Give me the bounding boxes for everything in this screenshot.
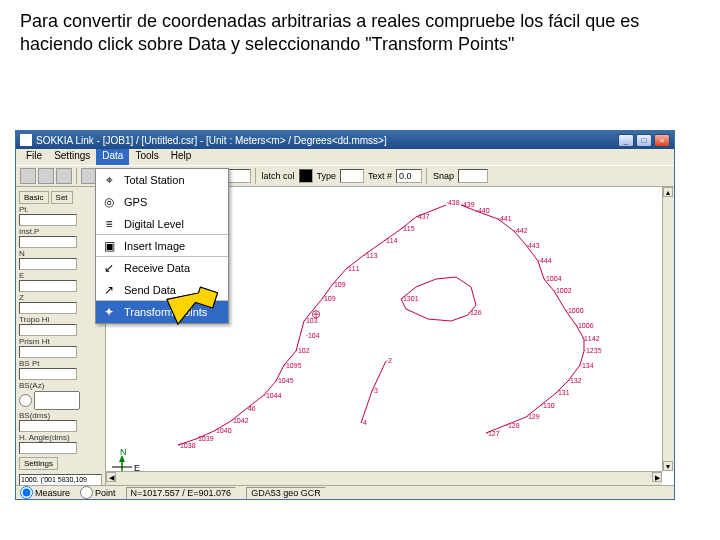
settings-button[interactable]: Settings — [19, 457, 58, 470]
bspt-input[interactable] — [19, 368, 77, 380]
survey-point: ·109 — [322, 295, 336, 302]
svg-marker-3 — [163, 280, 218, 333]
callout-arrow-icon — [163, 280, 223, 342]
crs-readout: GDA53 geo GCR — [246, 487, 326, 499]
measure-radio[interactable] — [20, 486, 33, 499]
survey-point: ·442 — [514, 227, 528, 234]
instpt-label: Inst.P — [19, 227, 102, 236]
digital-level-icon: ≡ — [100, 215, 118, 233]
menu-settings[interactable]: Settings — [48, 149, 96, 165]
instruction-text: Para convertir de coordenadas arbitraria… — [0, 0, 720, 62]
measure-label: Measure — [35, 488, 70, 498]
type-label: Type — [317, 171, 337, 181]
survey-point: ·1142 — [582, 335, 600, 342]
pt-input[interactable] — [19, 214, 77, 226]
bsaz-radio[interactable] — [19, 394, 32, 407]
survey-point: ·1042 — [231, 417, 249, 424]
scrollbar-vertical[interactable]: ▲ ▼ — [662, 187, 674, 471]
survey-point: ·1301 — [401, 295, 419, 302]
point-radio[interactable] — [80, 486, 93, 499]
hangle-label: H. Angle(dms) — [19, 433, 102, 442]
survey-point: ·444 — [538, 257, 552, 264]
instpt-input[interactable] — [19, 236, 77, 248]
prism-label: Prism Ht — [19, 337, 102, 346]
menu-insert-image[interactable]: ▣ Insert Image — [96, 235, 228, 257]
survey-point: ·126 — [468, 309, 482, 316]
survey-point: ·441 — [498, 215, 512, 222]
survey-point: ·109 — [332, 281, 346, 288]
list-item[interactable]: 1000. ('001 5830,109 6601, — [21, 476, 100, 485]
survey-point: ·4 — [361, 419, 367, 426]
menubar: File Settings Data Tools Help — [16, 149, 674, 165]
prism-input[interactable] — [19, 346, 77, 358]
survey-point: ·2 — [386, 357, 392, 364]
type-select[interactable] — [340, 169, 364, 183]
scroll-right-button[interactable]: ▶ — [652, 472, 662, 482]
survey-point: ·46 — [246, 405, 256, 412]
tropo-label: Tropo Hi — [19, 315, 102, 324]
hangle-input[interactable] — [19, 442, 77, 454]
z-label: Z — [19, 293, 102, 302]
scrollbar-horizontal[interactable]: ◀ ▶ — [106, 471, 662, 485]
menu-digital-level[interactable]: ≡ Digital Level — [96, 213, 228, 235]
snap-select[interactable] — [458, 169, 488, 183]
menu-data[interactable]: Data — [96, 149, 129, 165]
n-input[interactable] — [19, 258, 77, 270]
menu-help[interactable]: Help — [165, 149, 198, 165]
menu-tools[interactable]: Tools — [129, 149, 164, 165]
latchcol-swatch[interactable] — [299, 169, 313, 183]
text-label: Text # — [368, 171, 392, 181]
survey-point: ·1000 — [566, 307, 584, 314]
survey-point: ·131 — [556, 389, 570, 396]
menu-file[interactable]: File — [20, 149, 48, 165]
tab-basic[interactable]: Basic — [19, 191, 49, 204]
survey-point: ·1002 — [554, 287, 572, 294]
text-size-input[interactable]: 0.0 — [396, 169, 422, 183]
tab-set[interactable]: Set — [51, 191, 73, 204]
scroll-down-button[interactable]: ▼ — [663, 461, 673, 471]
survey-point: ·103 — [304, 317, 318, 324]
latchcol-label: latch col — [262, 171, 295, 181]
sidebar: Basic Set Pt. Inst.P N E Z Tropo Hi Pris… — [16, 187, 106, 485]
bsdms-label: BS(dms) — [19, 411, 102, 420]
survey-point: ·1039 — [196, 435, 214, 442]
titlebar: SOKKIA Link - [JOB1] / [Untitled.csr] - … — [16, 131, 674, 149]
app-icon — [20, 134, 32, 146]
snap-label: Snap — [433, 171, 454, 181]
close-button[interactable]: × — [654, 134, 670, 147]
coord-list[interactable]: 1000. ('001 5830,109 6601,1001. ('003-43… — [19, 474, 102, 485]
send-data-icon: ↗ — [100, 281, 118, 299]
bsaz-label: BS(Az) — [19, 381, 102, 390]
tool-icon[interactable] — [20, 168, 36, 184]
survey-point: ·129 — [526, 413, 540, 420]
menu-gps[interactable]: ◎ GPS — [96, 191, 228, 213]
menu-total-station[interactable]: ⌖ Total Station — [96, 169, 228, 191]
e-label: E — [19, 271, 102, 280]
z-input[interactable] — [19, 302, 77, 314]
insert-image-icon: ▣ — [100, 237, 118, 255]
tool-icon[interactable] — [56, 168, 72, 184]
tool-icon[interactable] — [38, 168, 54, 184]
scroll-up-button[interactable]: ▲ — [663, 187, 673, 197]
statusbar: Measure Point N=1017.557 / E=901.076 GDA… — [16, 485, 674, 499]
transform-points-icon: ✦ — [100, 303, 118, 321]
total-station-icon: ⌖ — [100, 171, 118, 189]
bsdms-input[interactable] — [19, 420, 77, 432]
minimize-button[interactable]: _ — [618, 134, 634, 147]
survey-point: ·130 — [541, 402, 555, 409]
menu-receive-data[interactable]: ↙ Receive Data — [96, 257, 228, 279]
survey-point: ·115 — [401, 225, 415, 232]
tropo-input[interactable] — [19, 324, 77, 336]
survey-point: ·132 — [568, 377, 582, 384]
survey-point: ·437 — [416, 213, 430, 220]
scroll-left-button[interactable]: ◀ — [106, 472, 116, 482]
survey-point: ·440 — [476, 207, 490, 214]
survey-point: ·443 — [526, 242, 540, 249]
bsaz-input[interactable] — [34, 391, 80, 410]
survey-point: ·104 — [306, 332, 320, 339]
receive-data-icon: ↙ — [100, 259, 118, 277]
survey-point: ·128 — [506, 422, 520, 429]
maximize-button[interactable]: □ — [636, 134, 652, 147]
survey-point: ·1040 — [214, 427, 232, 434]
e-input[interactable] — [19, 280, 77, 292]
